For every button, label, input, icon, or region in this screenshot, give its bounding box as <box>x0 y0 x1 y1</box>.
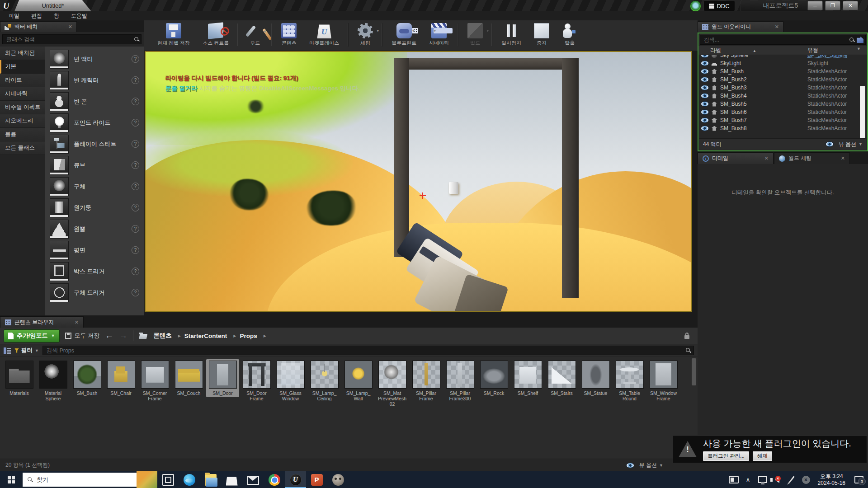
breadcrumb-item[interactable]: Props <box>240 333 268 339</box>
column-type[interactable]: 유형▼ <box>807 47 867 54</box>
taskbar-app[interactable] <box>179 471 200 488</box>
place-actor-item[interactable]: 원기둥 <box>45 197 144 218</box>
asset-tile[interactable]: SM_Bush <box>71 359 104 397</box>
asset-tile[interactable]: SM_Pillar Frame <box>410 359 443 403</box>
asset-tile[interactable]: SM_Stairs <box>545 359 578 397</box>
asset-tile[interactable]: SM_Window Frame <box>647 359 680 403</box>
toolbar-button[interactable]: 일시정지 <box>492 23 528 47</box>
add-import-button[interactable]: 추가/임포트 ▼ <box>4 329 60 343</box>
help-icon[interactable] <box>132 161 139 169</box>
toolbar-button[interactable]: 시네마틱 <box>423 23 455 47</box>
outliner-row[interactable]: SM_Bush8 StaticMeshActor <box>698 124 867 132</box>
help-icon[interactable] <box>132 76 139 84</box>
visibility-eye-icon[interactable] <box>701 69 709 74</box>
asset-tile[interactable]: SM_Lamp_ Wall <box>342 359 375 403</box>
place-actor-item[interactable]: 플레이어 스타트 <box>45 133 144 155</box>
taskbar-clock[interactable]: 오후 3:24 2024-05-16 <box>813 473 850 487</box>
asset-tile[interactable]: SM_Corner Frame <box>138 359 171 403</box>
outliner-row[interactable]: SM_Bush5 StaticMeshActor <box>698 100 867 108</box>
asset-tile[interactable]: SM_Glass Window <box>274 359 307 403</box>
toolbar-button[interactable]: 마켓플레이스 <box>303 23 345 47</box>
asset-tile[interactable]: Materials <box>3 359 36 397</box>
taskbar-app[interactable] <box>285 471 306 488</box>
view-options-button[interactable]: 뷰 옵션 ▼ <box>624 461 663 469</box>
place-actor-item[interactable]: 빈 캐릭터 <box>45 70 144 91</box>
place-actor-item[interactable]: 구체 트리거 <box>45 282 144 303</box>
menu-item[interactable]: 파일 <box>3 12 25 20</box>
asset-tile[interactable]: SM_Table Round <box>613 359 646 403</box>
help-icon[interactable] <box>132 289 139 296</box>
save-all-button[interactable]: 모두 저장 <box>65 332 100 340</box>
outliner-row[interactable]: SM_Bush6 StaticMeshActor <box>698 108 867 116</box>
asset-tile[interactable]: SM_Mat PreviewMesh 02 <box>376 359 409 408</box>
help-icon[interactable] <box>132 225 139 233</box>
tab-details[interactable]: 디테일 ✕ <box>698 152 774 164</box>
visibility-eye-icon[interactable] <box>701 101 709 107</box>
help-icon[interactable] <box>132 246 139 254</box>
level-viewport[interactable]: 라이팅을 다시 빌드해야 합니다 (빌드 필요: 91개) 문을 열거라 시지를… <box>145 51 692 312</box>
outliner-row[interactable]: SM_Bush4 StaticMeshActor <box>698 92 867 100</box>
column-label[interactable]: 라벨▲ <box>698 47 807 54</box>
taskbar-app[interactable] <box>157 471 179 488</box>
place-actors-category[interactable]: 비주얼 이펙트 <box>0 101 45 114</box>
place-actors-category[interactable]: 기본 <box>0 60 45 74</box>
ddc-button[interactable]: DDC <box>703 0 735 11</box>
toolbar-button[interactable]: 블루프린트 <box>382 23 423 47</box>
content-scrollbar[interactable] <box>692 358 696 385</box>
type-filter-icon[interactable]: ▼ <box>857 47 861 51</box>
place-actor-item[interactable]: 빈 액터 <box>45 48 144 70</box>
document-tab[interactable]: Untitled* <box>14 0 91 11</box>
help-icon[interactable] <box>132 98 139 105</box>
taskbar-app[interactable] <box>306 471 327 488</box>
asset-tile[interactable]: SM_Shelf <box>511 359 544 397</box>
place-actor-item[interactable]: 박스 트리거 <box>45 261 144 282</box>
forward-button[interactable]: → <box>119 331 127 341</box>
toolbar-button[interactable]: 현재 레벨 저장 <box>151 23 196 47</box>
outliner-search-input[interactable] <box>702 37 849 43</box>
asset-tile[interactable]: SM_Lamp_ Ceiling <box>308 359 341 403</box>
toolbar-button[interactable]: 빌드 <box>458 23 489 47</box>
help-icon[interactable] <box>132 55 139 63</box>
tab-world-settings[interactable]: 월드 세팅 ✕ <box>774 152 850 164</box>
visibility-eye-icon[interactable] <box>701 85 709 90</box>
class-search-input[interactable] <box>5 36 134 42</box>
visibility-eye-icon[interactable] <box>701 55 709 58</box>
asset-tile[interactable]: SM_Rock <box>477 359 510 397</box>
back-button[interactable]: ← <box>105 331 113 341</box>
outliner-row[interactable]: SM_Bush7 StaticMeshActor <box>698 116 867 124</box>
toolbar-button[interactable]: 모드 <box>238 23 269 47</box>
place-actor-item[interactable]: 큐브 <box>45 155 144 176</box>
place-actor-item[interactable]: 원뿔 <box>45 218 144 239</box>
close-button[interactable]: ✕ <box>843 1 858 10</box>
outliner-row[interactable]: SM_Bush StaticMeshActor <box>698 67 867 75</box>
help-icon[interactable] <box>132 140 139 148</box>
taskbar-app[interactable] <box>327 471 349 488</box>
asset-tile[interactable]: SM_Pillar Frame300 <box>443 359 476 403</box>
tab-content-browser[interactable]: 콘텐츠 브라우저 ✕ <box>0 316 84 328</box>
filter-button[interactable]: 필터 ▼ <box>14 347 39 354</box>
asset-tile[interactable]: Material Sphere <box>37 359 70 403</box>
sources-panel-icon[interactable] <box>4 347 11 354</box>
outliner-row[interactable]: Sky Sphere BP_Sky_Sphere <box>698 55 867 59</box>
tab-place-actors[interactable]: 액터 배치 ✕ <box>0 21 77 32</box>
hidden-icons-chevron[interactable]: ∧ <box>741 471 755 488</box>
visibility-eye-icon[interactable] <box>701 93 709 99</box>
taskbar-app[interactable] <box>242 471 264 488</box>
menu-item[interactable]: 창 <box>48 12 65 20</box>
help-icon[interactable] <box>132 183 139 190</box>
asset-tile[interactable]: SM_Statue <box>579 359 612 397</box>
menu-item[interactable]: 편집 <box>25 12 48 20</box>
manage-plugins-button[interactable]: 플러그인 관리... <box>703 451 749 461</box>
place-actors-category[interactable]: 지오메트리 <box>0 114 45 128</box>
toolbar-button[interactable]: 탈출 <box>556 23 584 47</box>
asset-tile[interactable]: SM_Chair <box>104 359 137 397</box>
asset-search-input[interactable] <box>46 347 686 354</box>
help-icon[interactable] <box>132 119 139 127</box>
place-actors-category[interactable]: 모든 클래스 <box>0 141 45 155</box>
help-icon[interactable] <box>132 204 139 211</box>
start-button[interactable] <box>0 471 23 488</box>
place-actors-category[interactable]: 최근 배치됨 <box>0 47 45 60</box>
add-actor-icon[interactable] <box>857 37 863 43</box>
menu-item[interactable]: 도움말 <box>65 12 93 20</box>
outliner-row[interactable]: SkyLight SkyLight <box>698 59 867 67</box>
